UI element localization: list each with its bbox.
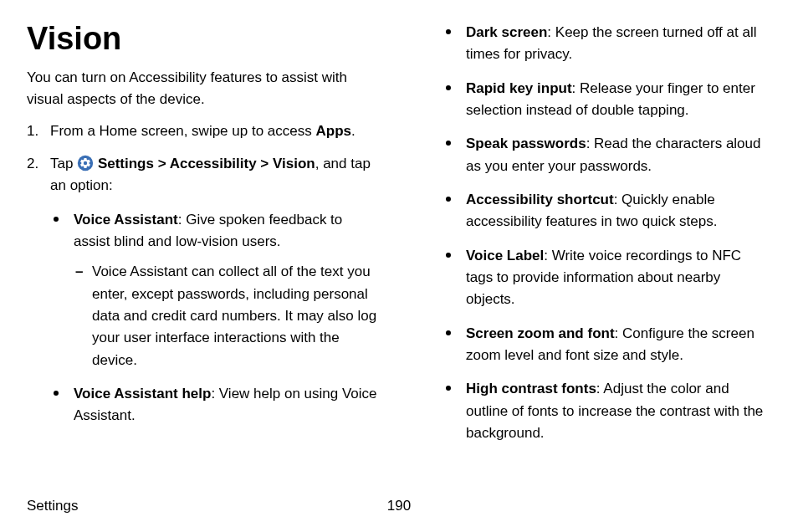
svg-point-0: [78, 156, 93, 171]
list-item: Voice Assistant: Give spoken feedback to…: [50, 209, 379, 371]
a11y-shortcut-label: Accessibility shortcut: [466, 192, 614, 207]
gear-icon: [77, 155, 94, 171]
list-item: Voice Label: Write voice recordings to N…: [442, 245, 771, 311]
list-item: Screen zoom and font: Configure the scre…: [442, 323, 771, 367]
accessibility-label: Accessibility: [170, 156, 257, 171]
speak-pw-label: Speak passwords: [466, 136, 586, 151]
va-help-label: Voice Assistant help: [74, 386, 211, 402]
page-title: Vision: [27, 22, 379, 57]
list-item: Accessibility shortcut: Quickly enable a…: [442, 189, 771, 233]
sep1: >: [154, 156, 170, 171]
page-number: 190: [387, 495, 411, 517]
apps-label: Apps: [315, 123, 351, 139]
hc-fonts-label: High contrast fonts: [466, 381, 596, 396]
list-item: Rapid key input: Release your finger to …: [442, 78, 771, 122]
screen-zoom-label: Screen zoom and font: [466, 325, 615, 341]
list-item: Speak passwords: Read the characters alo…: [442, 133, 771, 177]
step1-dot: .: [351, 123, 356, 139]
list-item: High contrast fonts: Adjust the color an…: [442, 378, 771, 444]
sub-list: Voice Assistant can collect all of the t…: [74, 261, 379, 371]
page-footer: Settings 190: [27, 495, 771, 517]
voice-assistant-label: Voice Assistant: [74, 212, 178, 228]
vision-label: Vision: [273, 156, 315, 171]
step1-text: From a Home screen, swipe up to access: [50, 123, 315, 139]
list-item: Dark screen: Keep the screen turned off …: [442, 22, 771, 66]
rapid-key-label: Rapid key input: [466, 80, 572, 96]
settings-label: Settings: [98, 156, 154, 171]
sep2: >: [257, 156, 273, 171]
list-item: Voice Assistant can collect all of the t…: [74, 261, 379, 371]
voice-label-label: Voice Label: [466, 248, 544, 263]
step-1: From a Home screen, swipe up to access A…: [27, 120, 379, 142]
content-columns: Vision You can turn on Accessibility fea…: [27, 22, 771, 480]
list-item: Voice Assistant help: View help on using…: [50, 383, 379, 427]
step2-tap: Tap: [50, 156, 77, 171]
dark-screen-label: Dark screen: [466, 24, 547, 40]
footer-section: Settings: [27, 495, 78, 517]
intro-text: You can turn on Accessibility features t…: [27, 67, 379, 111]
